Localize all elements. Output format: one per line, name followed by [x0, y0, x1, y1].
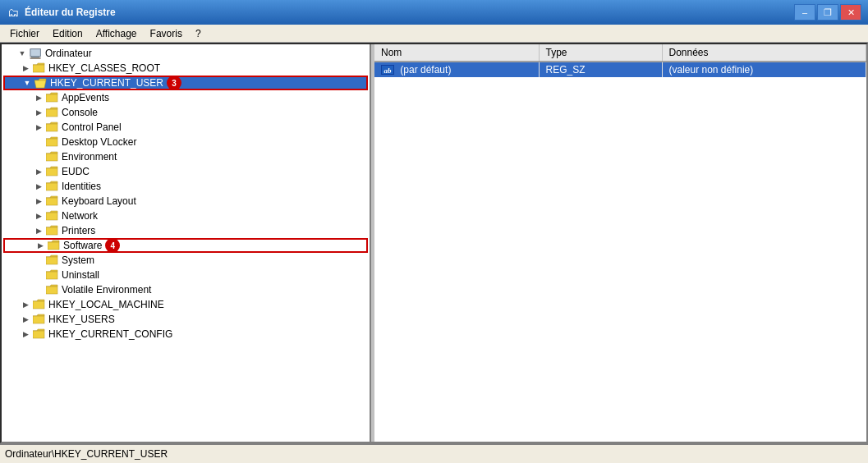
- menu-edition[interactable]: Edition: [46, 26, 90, 41]
- expander-identities[interactable]: ▶: [33, 181, 44, 192]
- tree-row-environment[interactable]: Environment: [3, 149, 368, 164]
- expander-current-config[interactable]: ▶: [20, 328, 31, 340]
- status-text: Ordinateur\HKEY_CURRENT_USER: [5, 448, 168, 460]
- expander-printers[interactable]: ▶: [33, 225, 44, 236]
- tree-label-software: Software: [63, 240, 102, 251]
- expander-users[interactable]: ▶: [20, 314, 31, 325]
- expander-classes-root[interactable]: ▶: [20, 62, 31, 74]
- svg-rect-6: [46, 124, 57, 131]
- annotation-3: 3: [167, 76, 181, 90]
- status-bar: Ordinateur\HKEY_CURRENT_USER: [0, 443, 868, 463]
- expander-software[interactable]: ▶: [34, 240, 46, 251]
- svg-rect-1: [32, 57, 39, 58]
- chevron-right-icon: ▶: [36, 227, 42, 235]
- svg-rect-19: [33, 316, 44, 323]
- expander-console[interactable]: ▶: [33, 107, 44, 118]
- menu-fichier[interactable]: Fichier: [3, 26, 46, 41]
- svg-rect-8: [46, 154, 57, 161]
- tree-row-current-user[interactable]: ▼ HKEY_CURRENT_USER 3: [3, 76, 368, 90]
- table-row[interactable]: ab (par défaut) REG_SZ (valeur non défin…: [374, 62, 866, 77]
- menu-aide[interactable]: ?: [189, 26, 208, 41]
- tree-row-volatile-environment[interactable]: Volatile Environment: [3, 282, 368, 297]
- chevron-right-icon: ▶: [36, 108, 42, 117]
- tree-row-classes-root[interactable]: ▶ HKEY_CLASSES_ROOT: [3, 61, 368, 76]
- window-title: Éditeur du Registre: [25, 7, 116, 18]
- folder-icon: [46, 136, 59, 148]
- tree-label-control-panel: Control Panel: [62, 121, 122, 133]
- tree-node-users: ▶ HKEY_USERS: [3, 312, 368, 327]
- folder-icon: [46, 181, 59, 192]
- folder-icon: [46, 121, 59, 133]
- folder-icon: [33, 328, 46, 340]
- tree-node-appevents: ▶ AppEvents: [3, 90, 368, 105]
- restore-button[interactable]: ❐: [817, 4, 838, 21]
- svg-rect-9: [46, 168, 57, 176]
- svg-rect-4: [46, 94, 57, 102]
- expander-network[interactable]: ▶: [33, 210, 44, 222]
- tree-row-desktop-vlocker[interactable]: Desktop VLocker: [3, 135, 368, 149]
- minimize-button[interactable]: –: [794, 4, 815, 21]
- tree-row-ordinateur[interactable]: ▼ Ordinateur: [3, 46, 368, 61]
- svg-rect-18: [33, 301, 44, 309]
- tree-node-current-user: ▼ HKEY_CURRENT_USER 3 ↑: [3, 76, 368, 90]
- tree-label-desktop-vlocker: Desktop VLocker: [62, 136, 136, 148]
- tree-row-console[interactable]: ▶ Console: [3, 105, 368, 120]
- tree-row-printers[interactable]: ▶ Printers: [3, 223, 368, 238]
- expander-placeholder: [33, 284, 44, 296]
- svg-rect-15: [46, 257, 57, 264]
- expander-eudc[interactable]: ▶: [33, 166, 44, 177]
- expander-local-machine[interactable]: ▶: [20, 299, 31, 310]
- folder-icon: [33, 299, 46, 310]
- cell-donnees: (valeur non définie): [662, 62, 866, 77]
- tree-label-ordinateur: Ordinateur: [45, 48, 92, 59]
- tree-row-identities[interactable]: ▶ Identities: [3, 179, 368, 194]
- svg-rect-13: [46, 227, 57, 235]
- tree-label-current-config: HKEY_CURRENT_CONFIG: [48, 328, 172, 340]
- col-donnees: Données: [662, 44, 866, 62]
- tree-row-appevents[interactable]: ▶ AppEvents: [3, 90, 368, 105]
- tree-row-current-config[interactable]: ▶ HKEY_CURRENT_CONFIG: [3, 327, 368, 342]
- folder-icon: [46, 195, 59, 207]
- expander-control-panel[interactable]: ▶: [33, 121, 44, 133]
- col-type: Type: [539, 44, 662, 62]
- tree-row-keyboard-layout[interactable]: ▶ Keyboard Layout: [3, 194, 368, 209]
- close-button[interactable]: ✕: [840, 4, 861, 21]
- tree-label-keyboard-layout: Keyboard Layout: [62, 195, 136, 207]
- registry-tree[interactable]: ▼ Ordinateur: [2, 44, 371, 442]
- chevron-right-icon: ▶: [23, 300, 29, 309]
- tree-row-system[interactable]: System: [3, 253, 368, 268]
- tree-row-eudc[interactable]: ▶ EUDC: [3, 164, 368, 179]
- svg-rect-11: [46, 198, 57, 205]
- svg-rect-7: [46, 139, 57, 146]
- folder-icon: [46, 210, 59, 222]
- tree-node-current-config: ▶ HKEY_CURRENT_CONFIG: [3, 327, 368, 342]
- tree-label-identities: Identities: [62, 181, 101, 192]
- expander-current-user[interactable]: ▼: [21, 77, 33, 89]
- expander-appevents[interactable]: ▶: [33, 92, 44, 103]
- col-nom: Nom: [374, 44, 539, 62]
- tree-row-users[interactable]: ▶ HKEY_USERS: [3, 312, 368, 327]
- menu-affichage[interactable]: Affichage: [90, 26, 144, 41]
- tree-row-local-machine[interactable]: ▶ HKEY_LOCAL_MACHINE: [3, 297, 368, 312]
- expander-keyboard-layout[interactable]: ▶: [33, 195, 44, 207]
- tree-label-printers: Printers: [62, 225, 95, 236]
- tree-node-network: ▶ Network: [3, 209, 368, 223]
- title-bar: 🗂 Éditeur du Registre – ❐ ✕: [0, 0, 868, 25]
- cell-type: REG_SZ: [539, 62, 662, 77]
- tree-row-control-panel[interactable]: ▶ Control Panel: [3, 120, 368, 135]
- svg-rect-20: [33, 331, 44, 338]
- folder-icon: [46, 166, 59, 177]
- expander-placeholder: [33, 269, 44, 281]
- chevron-right-icon: ▶: [36, 182, 42, 190]
- tree-label-system: System: [62, 254, 94, 266]
- tree-row-software[interactable]: ▶ Software 4: [3, 238, 368, 253]
- tree-row-uninstall[interactable]: Uninstall: [3, 268, 368, 282]
- chevron-right-icon: ▶: [36, 197, 42, 205]
- tree-label-volatile-environment: Volatile Environment: [62, 284, 151, 296]
- menu-favoris[interactable]: Favoris: [144, 26, 189, 41]
- chevron-right-icon: ▶: [36, 212, 42, 220]
- tree-node-classes-root: ▶ HKEY_CLASSES_ROOT: [3, 61, 368, 76]
- folder-icon: [48, 240, 61, 251]
- expander-ordinateur[interactable]: ▼: [16, 48, 28, 59]
- tree-row-network[interactable]: ▶ Network: [3, 209, 368, 223]
